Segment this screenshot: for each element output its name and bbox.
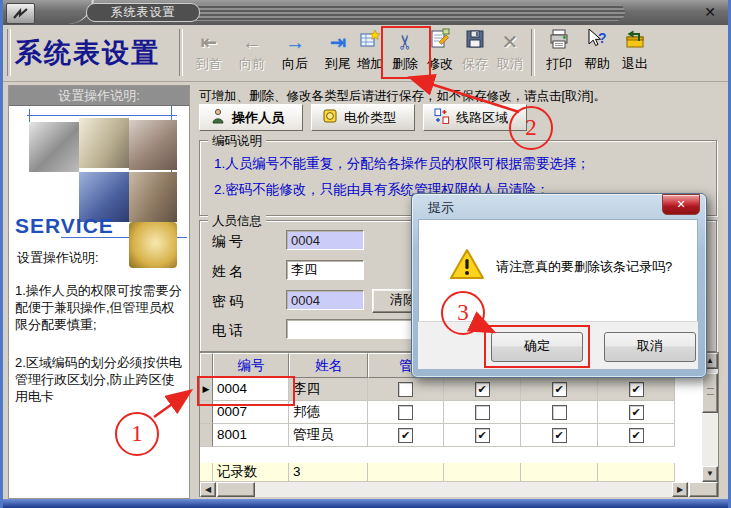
page-title: 系统表设置: [15, 35, 173, 71]
tab-operators[interactable]: 操作人员: [199, 104, 303, 131]
toolbar-print-button[interactable]: 打印: [539, 28, 579, 78]
separator: [179, 29, 183, 76]
dialog-cancel-button[interactable]: 取消: [604, 332, 696, 362]
checkbox[interactable]: [629, 382, 644, 397]
name-label: 姓名: [212, 263, 246, 281]
dialog-title: 提示: [428, 199, 454, 217]
hint-text: 可增加、删除、修改各类型后请进行保存，如不保存修改，请点击[取消]。: [199, 88, 719, 105]
toolbar-cancel-button: ✕ 取消: [490, 28, 530, 78]
checkbox[interactable]: [552, 382, 567, 397]
help-icon: ?: [577, 28, 617, 56]
app-window: 系统表设置 ✕ 系统表设置 ⇤ 到首 ← 向前 → 向后 ⇥ 到尾 增加: [0, 0, 731, 508]
sidebar-note-1: 1.操作人员的权限可按需要分配便于兼职操作,但管理员权限分配要慎重;: [15, 282, 183, 333]
cancel-x-icon: ✕: [490, 28, 530, 56]
window-bottom-border: [0, 499, 731, 508]
scroll-down-icon[interactable]: ▼: [702, 466, 718, 482]
tab-price-type[interactable]: 电价类型: [311, 104, 415, 131]
record-count-row: 记录数 3: [200, 463, 675, 482]
separator: [7, 29, 11, 76]
annotation-step-1: 1: [115, 412, 159, 456]
toolbar-save-button: 保存: [455, 28, 495, 78]
nav-first-icon: ⇤: [189, 28, 229, 56]
person-icon: [210, 108, 226, 127]
checkbox[interactable]: [552, 405, 567, 420]
sidebar: 设置操作说明: SERVICE 设置操作说明: 1.操作人员的权限可按需要分配便…: [8, 85, 190, 499]
separator: [531, 29, 535, 76]
phone-label: 电话: [212, 322, 246, 340]
scroll-left-icon[interactable]: ◀: [200, 482, 216, 497]
checkbox[interactable]: [475, 405, 490, 420]
sidebar-header: 设置操作说明:: [9, 86, 189, 106]
password-label: 密码: [212, 293, 246, 311]
app-logo-icon[interactable]: [6, 3, 35, 24]
nav-next-icon: →: [275, 28, 315, 56]
checkbox[interactable]: [475, 428, 490, 443]
checkbox[interactable]: [629, 428, 644, 443]
print-icon: [539, 28, 579, 56]
id-label: 编号: [212, 233, 246, 251]
annotation-step-2: 2: [509, 106, 553, 150]
grid-corner: [200, 353, 213, 378]
toolbar-first-button: ⇤ 到首: [189, 28, 229, 78]
record-count-value: 3: [289, 463, 368, 482]
cell-name[interactable]: 李四: [289, 378, 368, 401]
photo-tools: [129, 120, 177, 170]
cell-id[interactable]: 8001: [213, 424, 289, 447]
checkbox[interactable]: [475, 382, 490, 397]
checkbox[interactable]: [552, 428, 567, 443]
scroll-right-icon[interactable]: ▶: [672, 482, 688, 497]
sidebar-note-2: 2.区域编码的划分必须按供电管理行政区划分,防止跨区使用电卡: [15, 354, 183, 405]
photo-stapler: [29, 122, 79, 172]
checkbox[interactable]: [629, 405, 644, 420]
checkbox[interactable]: [398, 428, 413, 443]
titlebar: 系统表设置 ✕: [0, 0, 731, 26]
dialog-message: 请注意真的要删除该条记录吗?: [496, 258, 672, 276]
toolbar-band: 系统表设置 ⇤ 到首 ← 向前 → 向后 ⇥ 到尾 增加 ✂ 删除: [3, 25, 731, 82]
toolbar-help-button[interactable]: ? 帮助: [577, 28, 617, 78]
horizontal-scrollbar[interactable]: [200, 482, 702, 497]
table-row[interactable]: 8001 管理员: [200, 424, 675, 447]
warning-icon: [449, 248, 485, 284]
dialog-close-icon[interactable]: ✕: [662, 194, 700, 215]
toolbar-next-button[interactable]: → 向后: [275, 28, 315, 78]
coding-line-1: 1.人员编号不能重复，分配给各操作员的权限可根据需要选择；: [214, 155, 590, 173]
window-title: 系统表设置: [86, 3, 200, 22]
scroll-corner: [689, 482, 718, 497]
sidebar-note-title: 设置操作说明:: [17, 249, 99, 267]
grid-header-id: 编号: [213, 353, 289, 378]
id-field[interactable]: [286, 230, 364, 250]
password-field[interactable]: [286, 290, 364, 310]
line-area-icon: [434, 108, 450, 127]
toolbar-prev-button: ← 向前: [232, 28, 272, 78]
highlight-rect-record-0004: [197, 376, 295, 406]
annotation-step-3: 3: [441, 291, 485, 335]
record-count-label: 记录数: [213, 463, 289, 482]
vertical-scroll-thumb[interactable]: [702, 373, 718, 413]
highlight-rect-delete-button: [381, 26, 431, 79]
window-close-icon[interactable]: ✕: [701, 4, 719, 20]
checkbox[interactable]: [398, 382, 413, 397]
titlebar-stripes: [195, 4, 625, 21]
photo-watch: [129, 222, 177, 268]
person-groupbox-title: 人员信息: [208, 213, 266, 230]
price-type-icon: [322, 108, 338, 127]
photo-suit: [129, 172, 177, 222]
grid-header-name: 姓名: [289, 353, 368, 378]
horizontal-scroll-thumb[interactable]: [217, 482, 255, 497]
decor-line: [27, 115, 177, 116]
nav-prev-icon: ←: [232, 28, 272, 56]
highlight-rect-ok-button: [484, 325, 590, 368]
service-text: SERVICE: [15, 214, 114, 238]
cell-name[interactable]: 管理员: [289, 424, 368, 447]
svg-text:?: ?: [598, 30, 607, 46]
coding-groupbox-title: 编码说明: [208, 133, 266, 150]
checkbox[interactable]: [398, 405, 413, 420]
exit-icon: [615, 28, 655, 56]
save-floppy-icon: [455, 28, 495, 56]
toolbar-exit-button[interactable]: 退出: [615, 28, 655, 78]
photo-pen: [79, 118, 129, 168]
name-field[interactable]: [286, 260, 364, 280]
cell-name[interactable]: 邦德: [289, 401, 368, 424]
